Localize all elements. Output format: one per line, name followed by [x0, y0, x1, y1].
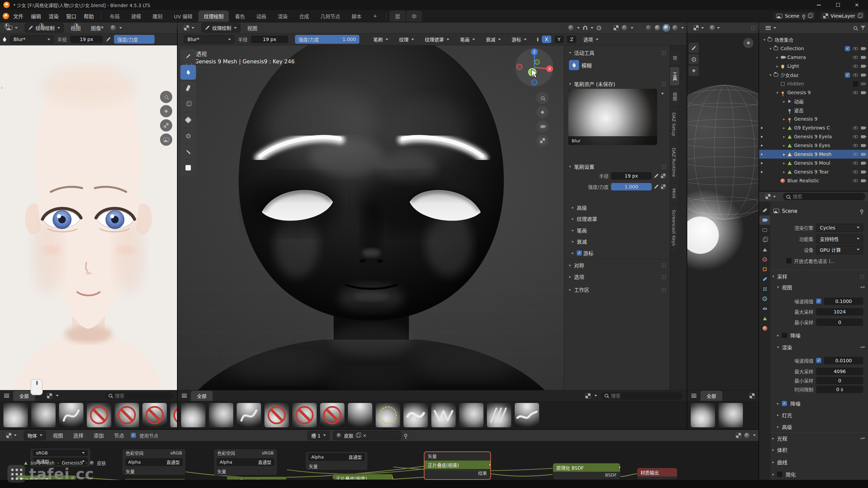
bsdf-output-socket[interactable] — [618, 466, 620, 469]
brush-selector[interactable]: Blur* — [184, 35, 235, 43]
outliner-row-pose[interactable]: 姿态 — [759, 106, 868, 115]
menu-window[interactable]: 窗口 — [63, 12, 80, 20]
unlink-icon[interactable]: × — [362, 433, 367, 438]
radius-field[interactable]: 19 px — [70, 36, 103, 43]
brush-thumbnail-clone[interactable] — [376, 403, 400, 427]
scene-selector[interactable]: Scene — [773, 12, 815, 20]
overlays-icon[interactable] — [614, 25, 618, 30]
pan-gizmo[interactable]: ✥ — [160, 105, 172, 117]
display-mode-icon[interactable] — [586, 393, 590, 398]
brush-thumbnail[interactable] — [691, 403, 715, 427]
npanel-tab-mhx[interactable]: MHX — [670, 184, 678, 203]
shading-wireframe-icon[interactable] — [646, 25, 651, 30]
render-visibility-icon[interactable] — [861, 126, 865, 129]
smear-tool-button[interactable] — [180, 81, 196, 96]
chevron-down-icon[interactable] — [753, 434, 756, 436]
alpha-field[interactable]: Alpha直通型 — [125, 458, 183, 466]
tab-data[interactable] — [760, 314, 770, 323]
alpha-field[interactable]: Alpha直通型 — [308, 453, 365, 461]
tab-output[interactable] — [760, 225, 770, 235]
node-menu[interactable]: 节点 — [111, 431, 127, 440]
noise-threshold-field[interactable]: 0.0100 — [824, 357, 863, 364]
workspace-tab-uv[interactable]: UV 编辑 — [169, 11, 198, 22]
brush-thumbnail[interactable] — [431, 403, 456, 427]
outliner-row-tear[interactable]: ▸Genesis 9 Tear — [759, 167, 868, 176]
mirror-z-toggle[interactable]: Z — [567, 36, 576, 43]
brush-thumbnail-disabled[interactable] — [142, 403, 167, 427]
wireframe-sphere[interactable] — [687, 34, 758, 390]
chevron-down-icon[interactable] — [717, 27, 720, 29]
brush-thumbnail-disabled[interactable] — [115, 403, 139, 427]
render-visibility-icon[interactable] — [861, 170, 865, 174]
workspace-tab-geometry-nodes[interactable]: 几何节点 — [315, 11, 346, 22]
texture-icon[interactable] — [661, 184, 666, 189]
simplify-checkbox[interactable] — [777, 472, 782, 477]
brush-thumbnail[interactable] — [487, 403, 511, 427]
clone-tool-button[interactable] — [180, 97, 196, 111]
render-visibility-icon[interactable] — [861, 153, 865, 156]
tab-tool[interactable] — [760, 206, 770, 215]
menu-help[interactable]: 帮助 — [80, 12, 97, 20]
max-samples-field[interactable]: 4096 — [816, 368, 863, 375]
add-menu[interactable]: 添加 — [90, 431, 107, 440]
add-workspace-button[interactable]: + — [368, 11, 382, 21]
lights-section[interactable]: ▸灯光 — [775, 410, 865, 420]
preview-icon[interactable] — [744, 433, 750, 438]
outliner-row-genesis9-armature[interactable]: ▾Genesis 9 — [759, 88, 868, 97]
vp-denoise-section[interactable]: ▸降噪 — [775, 331, 865, 340]
new-viewlayer-icon[interactable] — [858, 14, 862, 18]
simplify-section[interactable]: ▸简化 — [771, 470, 865, 479]
mirror-x-toggle[interactable]: X — [542, 36, 551, 43]
mix-node[interactable]: 正片叠底(相乘) — [332, 474, 393, 480]
denoise-checkbox[interactable] — [782, 333, 787, 338]
outliner-row-light[interactable]: ▸Light — [759, 62, 868, 70]
symmetry-section[interactable]: ▸对称 — [564, 261, 670, 270]
npanel-tab-screencast-keys[interactable]: Screencast Keys — [670, 205, 678, 250]
editor-type-dropdown[interactable] — [180, 24, 198, 32]
editor-type-dropdown[interactable] — [762, 193, 780, 200]
brush-thumbnail[interactable] — [459, 403, 484, 427]
render-visibility-icon[interactable] — [861, 144, 865, 147]
select-tool-button[interactable] — [689, 43, 699, 53]
paint-mode-dropdown[interactable]: 纹理绘制 — [25, 23, 64, 33]
popover-texture-mask[interactable]: 纹理遮罩 — [421, 35, 453, 44]
outliner-row-genesis9-data[interactable]: ▸Genesis 9 — [759, 115, 868, 123]
outliner-row-blue-realistic[interactable]: Blue Realistic — [759, 176, 868, 185]
strength-slider[interactable]: 强度/力度 — [114, 35, 155, 44]
hide-icon[interactable] — [853, 179, 858, 182]
hide-icon[interactable] — [853, 153, 858, 156]
npanel-tab-daz-setup[interactable]: DAZ Setup — [670, 108, 678, 141]
noise-threshold-checkbox[interactable]: ✓ — [816, 299, 821, 304]
workspace-tab-scripting[interactable]: 脚本 — [346, 11, 367, 22]
overlay-icon[interactable] — [736, 433, 741, 438]
hide-icon[interactable] — [853, 126, 858, 129]
hide-icon[interactable] — [853, 74, 858, 77]
chevron-down-icon[interactable] — [56, 395, 59, 396]
brush-asset-section[interactable]: ▾笔刷资产 (未保存) — [564, 79, 670, 88]
fill-tool-button[interactable] — [180, 113, 196, 127]
menu-file[interactable]: 文件 — [10, 12, 27, 20]
render-visibility-icon[interactable] — [861, 47, 865, 50]
sampling-section[interactable]: ▾采样 — [771, 272, 865, 281]
tab-particles[interactable] — [760, 284, 770, 293]
drag-grip-icon[interactable] — [661, 82, 666, 86]
popover-texture[interactable]: 纹理 — [395, 35, 418, 44]
perspective-toggle-gizmo[interactable] — [536, 135, 549, 147]
output-socket[interactable] — [489, 463, 491, 466]
workspace-tab-modeling[interactable]: 建模 — [126, 11, 146, 22]
workspace-tab-sculpt[interactable]: 雕刻 — [147, 11, 168, 22]
workspace-tab-animation[interactable]: 动画 — [251, 11, 272, 22]
npanel-tab-tool[interactable]: 工具 — [670, 67, 679, 85]
material-selector[interactable]: 皮肤× — [333, 431, 401, 440]
brush-thumbnail-disabled[interactable] — [87, 403, 111, 427]
mix-node[interactable]: 正片叠底(相乘) — [16, 475, 77, 480]
cursor-tool-button[interactable] — [689, 54, 699, 64]
render-visibility-icon[interactable] — [861, 91, 865, 94]
search-input[interactable] — [793, 194, 862, 199]
brush-thumbnail[interactable] — [237, 403, 261, 427]
move-tool-button[interactable]: ✥ — [689, 66, 699, 76]
texture-slot-icon[interactable] — [568, 25, 574, 30]
render-visibility-icon[interactable] — [861, 179, 865, 182]
brush-thumbnail[interactable] — [403, 403, 428, 427]
chevron-down-icon[interactable] — [591, 27, 593, 29]
